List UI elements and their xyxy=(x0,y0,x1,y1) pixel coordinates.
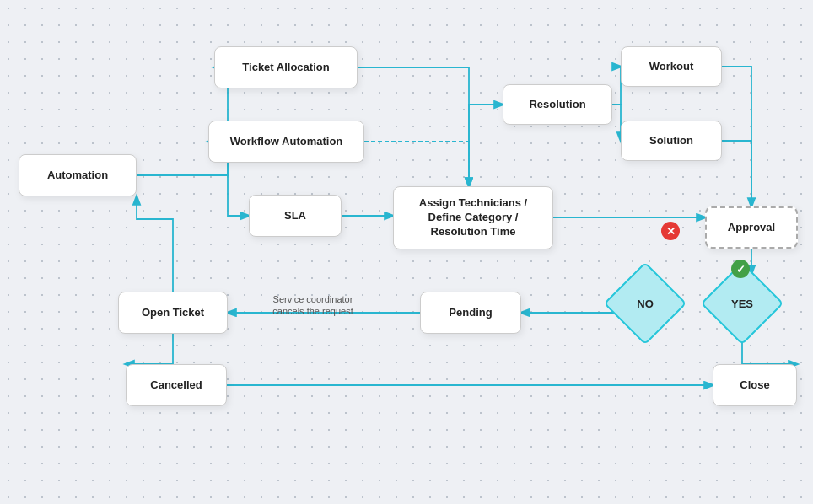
automation-node: Automation xyxy=(19,154,137,196)
service-cancel-label: Service coordinatorcancels the request xyxy=(258,293,368,318)
solution-node: Solution xyxy=(621,121,722,161)
open-ticket-node: Open Ticket xyxy=(118,292,228,334)
flowchart-canvas: Automation Ticket Allocation Workflow Au… xyxy=(0,0,813,504)
close-node: Close xyxy=(713,364,797,406)
rejection-badge: ✕ xyxy=(661,222,680,240)
workflow-automation-node: Workflow Automation xyxy=(208,121,364,163)
yes-diamond: YES xyxy=(713,274,772,333)
ticket-allocation-node: Ticket Allocation xyxy=(214,46,358,88)
approval-badge: ✓ xyxy=(731,260,750,278)
resolution-node: Resolution xyxy=(503,84,612,125)
cancelled-node: Cancelled xyxy=(126,364,227,406)
pending-node: Pending xyxy=(420,292,521,334)
no-diamond: NO xyxy=(616,274,675,333)
sla-node: SLA xyxy=(249,195,342,237)
workout-node: Workout xyxy=(621,46,722,87)
assign-tech-node: Assign Technicians / Define Category / R… xyxy=(393,186,553,249)
approval-node: Approval xyxy=(705,206,798,249)
